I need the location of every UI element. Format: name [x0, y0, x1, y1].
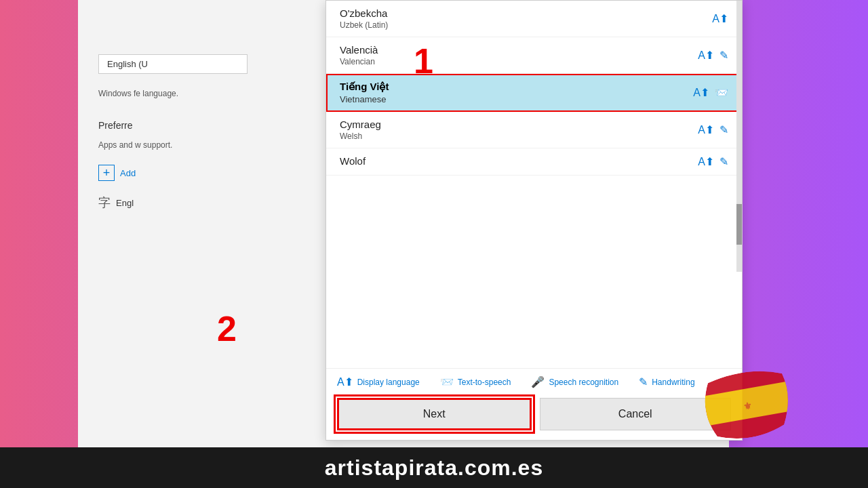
preferred-label: Preferre [98, 120, 315, 131]
lang-english-vietnamese: Vietnamese [340, 94, 693, 104]
current-language-item: 字 Engl [98, 192, 315, 214]
speech-legend-label: Speech recognition [549, 378, 618, 387]
next-button[interactable]: Next [337, 398, 532, 430]
annotation-2: 2 [217, 308, 237, 349]
language-row-uzbek[interactable]: O'zbekcha Uzbek (Latin) A⬆ [326, 1, 742, 37]
handwriting-icon: ✎ [719, 49, 728, 62]
legend-speech: 🎤 Speech recognition [531, 375, 618, 388]
lang-icons-welsh: A⬆ ✎ [698, 123, 728, 136]
handwriting-icon: ✎ [719, 123, 728, 136]
language-row-welsh[interactable]: Cymraeg Welsh A⬆ ✎ [326, 112, 742, 148]
lang-native-wolof: Wolof [340, 155, 698, 167]
apps-description: Apps and w support. [98, 139, 248, 151]
language-row-vietnamese[interactable]: Tiếng Việt Vietnamese A⬆ 📨 [326, 74, 742, 112]
handwriting-legend-label: Handwriting [652, 378, 694, 387]
display-lang-legend-icon: A⬆ [337, 375, 353, 388]
lang-icons-wolof: A⬆ ✎ [698, 155, 728, 168]
language-dropdown: O'zbekcha Uzbek (Latin) A⬆ Valencià Vale… [326, 0, 743, 441]
display-lang-icon: A⬆ [693, 86, 709, 99]
display-lang-icon: A⬆ [698, 155, 714, 168]
display-lang-icon: A⬆ [698, 123, 714, 136]
lang-english-welsh: Welsh [340, 131, 698, 141]
tts-icon: 📨 [715, 86, 728, 99]
tts-legend-label: Text-to-speech [458, 378, 511, 387]
tts-legend-icon: 📨 [440, 375, 454, 388]
speech-legend-icon: 🎤 [531, 375, 545, 388]
lang-english-uzbek: Uzbek (Latin) [340, 20, 712, 30]
lang-icons-vietnamese: A⬆ 📨 [693, 86, 728, 99]
lang-icons-valencian: A⬆ ✎ [698, 49, 728, 62]
section-description: Windows fe language. [98, 87, 248, 100]
display-lang-icon: A⬆ [712, 12, 728, 25]
banner-text: artistapirata.com.es [325, 455, 543, 481]
lang-icons-uzbek: A⬆ [712, 12, 728, 25]
legend-tts: 📨 Text-to-speech [440, 375, 511, 388]
annotation-1: 1 [414, 41, 433, 81]
bottom-banner: artistapirata.com.es [0, 447, 868, 488]
svg-text:⚜: ⚜ [742, 400, 753, 412]
lang-native-vietnamese: Tiếng Việt [340, 81, 693, 93]
legend-handwriting: ✎ Handwriting [639, 375, 694, 388]
add-language-button[interactable]: + Add [98, 165, 315, 181]
language-icon: 字 [98, 195, 111, 211]
current-lang-text: Engl [116, 198, 134, 208]
search-box[interactable]: English (U [98, 54, 248, 74]
language-row-wolof[interactable]: Wolof A⬆ ✎ [326, 148, 742, 176]
display-lang-legend-label: Display language [357, 378, 420, 387]
language-row-valencian[interactable]: Valencià Valencian A⬆ ✎ [326, 37, 742, 74]
handwriting-legend-icon: ✎ [639, 375, 648, 388]
plus-icon: + [98, 165, 115, 181]
lang-native-valencian: Valencià [340, 44, 698, 56]
buttons-area: Next Cancel [326, 391, 742, 440]
handwriting-icon: ✎ [719, 155, 728, 168]
main-window: English (U Windows fe language. Preferre… [78, 0, 729, 447]
left-panel: English (U Windows fe language. Preferre… [78, 0, 329, 447]
scrollbar-thumb[interactable] [736, 204, 742, 245]
legend-display-language: A⬆ Display language [337, 375, 420, 388]
lang-native-uzbek: O'zbekcha [340, 7, 712, 19]
cancel-button[interactable]: Cancel [540, 398, 732, 430]
legend-area: A⬆ Display language 📨 Text-to-speech 🎤 S… [326, 368, 742, 391]
lang-english-valencian: Valencian [340, 57, 698, 66]
scrollbar[interactable] [736, 1, 742, 272]
add-label: Add [120, 168, 136, 178]
lang-native-welsh: Cymraeg [340, 119, 698, 130]
language-list: O'zbekcha Uzbek (Latin) A⬆ Valencià Vale… [326, 1, 742, 368]
display-lang-icon: A⬆ [698, 49, 714, 62]
flag-decoration: ⚜ [705, 369, 793, 437]
